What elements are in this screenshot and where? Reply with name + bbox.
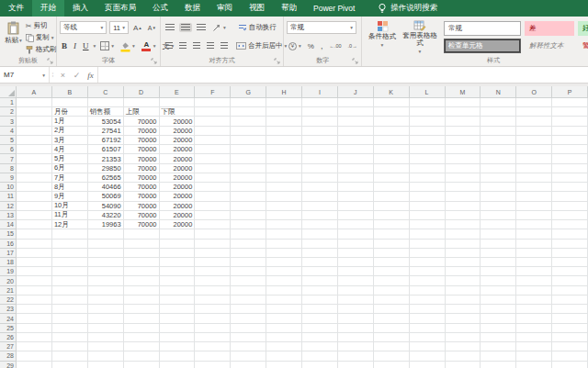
- row-header-24[interactable]: 24: [0, 314, 17, 323]
- cell-L15[interactable]: [410, 229, 446, 239]
- cell-G13[interactable]: [231, 211, 266, 220]
- cell-J22[interactable]: [338, 296, 374, 305]
- column-header-K[interactable]: K: [374, 86, 410, 98]
- cell-H25[interactable]: [266, 324, 302, 333]
- cell-C28[interactable]: [88, 351, 124, 361]
- cell-O13[interactable]: [516, 211, 552, 220]
- cell-F6[interactable]: [195, 145, 231, 154]
- cell-I15[interactable]: [302, 229, 338, 239]
- cell-G7[interactable]: [231, 154, 266, 163]
- cell-M6[interactable]: [446, 145, 481, 154]
- cell-O23[interactable]: [516, 305, 552, 314]
- cell-B12[interactable]: 10月: [52, 202, 88, 211]
- row-header-2[interactable]: 2: [0, 107, 17, 117]
- column-header-D[interactable]: D: [124, 86, 160, 98]
- cell-E15[interactable]: [160, 229, 196, 239]
- decrease-font-size-button[interactable]: A▾: [146, 24, 157, 32]
- cell-D14[interactable]: 70000: [124, 220, 160, 229]
- cell-P25[interactable]: [552, 324, 588, 333]
- cell-O26[interactable]: [516, 333, 552, 342]
- cell-I26[interactable]: [302, 333, 338, 342]
- cell-D3[interactable]: 70000: [124, 117, 160, 126]
- cell-H23[interactable]: [266, 305, 302, 314]
- cell-O9[interactable]: [516, 173, 552, 183]
- clipboard-dialog-launcher-icon[interactable]: [47, 58, 54, 65]
- cell-D25[interactable]: [124, 324, 160, 333]
- cell-D18[interactable]: [124, 258, 160, 267]
- row-header-22[interactable]: 22: [0, 296, 17, 305]
- cell-H28[interactable]: [266, 351, 302, 361]
- cell-P4[interactable]: [552, 127, 588, 136]
- cell-D11[interactable]: 70000: [124, 192, 160, 201]
- cell-B1[interactable]: [52, 98, 88, 107]
- cell-I10[interactable]: [302, 183, 338, 192]
- row-header-11[interactable]: 11: [0, 192, 17, 201]
- cell-N26[interactable]: [481, 333, 516, 342]
- cell-K20[interactable]: [374, 276, 410, 285]
- enter-button[interactable]: ✓: [70, 67, 84, 83]
- cell-J15[interactable]: [338, 229, 374, 239]
- column-header-B[interactable]: B: [52, 86, 88, 98]
- formula-bar-separator[interactable]: ⁞: [50, 67, 56, 83]
- cell-I22[interactable]: [302, 296, 338, 305]
- tab-home[interactable]: 开始: [32, 0, 64, 17]
- cell-B27[interactable]: [52, 342, 88, 351]
- cell-E12[interactable]: 20000: [160, 202, 196, 211]
- cell-L22[interactable]: [410, 296, 446, 305]
- cell-P11[interactable]: [552, 192, 588, 201]
- cell-A15[interactable]: [17, 229, 52, 239]
- cell-N23[interactable]: [481, 305, 516, 314]
- cell-A3[interactable]: [17, 117, 52, 126]
- column-header-L[interactable]: L: [410, 86, 446, 98]
- cell-E18[interactable]: [160, 258, 196, 267]
- cell-K8[interactable]: [374, 164, 410, 173]
- copy-button[interactable]: 复制▾: [24, 32, 59, 43]
- cell-K19[interactable]: [374, 267, 410, 276]
- cell-A29[interactable]: [17, 362, 52, 368]
- cell-N25[interactable]: [481, 324, 516, 333]
- cell-O14[interactable]: [516, 220, 552, 229]
- number-format-combobox[interactable]: 常规▾: [287, 21, 356, 34]
- cell-N1[interactable]: [481, 98, 516, 107]
- cell-N20[interactable]: [481, 276, 516, 285]
- cell-F15[interactable]: [195, 229, 231, 239]
- cell-F12[interactable]: [195, 202, 231, 211]
- cell-K13[interactable]: [374, 211, 410, 220]
- cell-G19[interactable]: [231, 267, 266, 276]
- cell-A19[interactable]: [17, 267, 52, 276]
- cell-H12[interactable]: [266, 202, 302, 211]
- cell-F2[interactable]: [195, 107, 231, 117]
- cell-C2[interactable]: 销售额: [88, 107, 124, 117]
- cell-P1[interactable]: [552, 98, 588, 107]
- cell-J19[interactable]: [338, 267, 374, 276]
- cell-I19[interactable]: [302, 267, 338, 276]
- cell-D20[interactable]: [124, 276, 160, 285]
- tab-formulas[interactable]: 公式: [144, 0, 176, 17]
- cell-M24[interactable]: [446, 314, 481, 323]
- cell-D2[interactable]: 上限: [124, 107, 160, 117]
- cell-F22[interactable]: [195, 296, 231, 305]
- cell-N15[interactable]: [481, 229, 516, 239]
- cell-N12[interactable]: [481, 202, 516, 211]
- cell-E6[interactable]: 20000: [160, 145, 196, 154]
- formula-input[interactable]: [97, 67, 588, 83]
- cell-L18[interactable]: [410, 258, 446, 267]
- cell-B25[interactable]: [52, 324, 88, 333]
- cell-K27[interactable]: [374, 342, 410, 351]
- cell-G3[interactable]: [231, 117, 266, 126]
- cell-K5[interactable]: [374, 136, 410, 145]
- cell-G25[interactable]: [231, 324, 266, 333]
- cell-C26[interactable]: [88, 333, 124, 342]
- cell-E11[interactable]: 20000: [160, 192, 196, 201]
- cell-E16[interactable]: [160, 240, 196, 249]
- conditional-formatting-button[interactable]: 条件格式 ▾: [365, 18, 400, 56]
- cell-H27[interactable]: [266, 342, 302, 351]
- cell-N10[interactable]: [481, 183, 516, 192]
- cell-K2[interactable]: [374, 107, 410, 117]
- cell-L5[interactable]: [410, 136, 446, 145]
- number-dialog-launcher-icon[interactable]: [352, 58, 359, 65]
- cell-G15[interactable]: [231, 229, 266, 239]
- cell-B20[interactable]: [52, 276, 88, 285]
- align-bottom-button[interactable]: [195, 23, 208, 32]
- cell-J5[interactable]: [338, 136, 374, 145]
